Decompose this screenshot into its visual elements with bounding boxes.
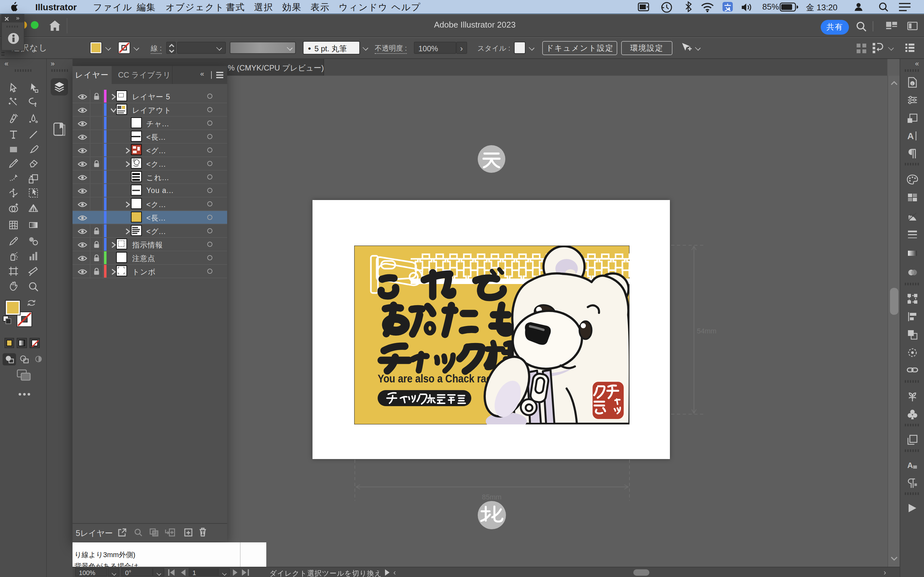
svg-text:85mm: 85mm <box>482 493 501 501</box>
svg-text:A: A <box>907 131 914 141</box>
svg-text:54mm: 54mm <box>697 327 716 335</box>
svg-text:A: A <box>907 461 913 470</box>
svg-text:i: i <box>912 82 913 85</box>
svg-text:You are also a Chack race: You are also a Chack race <box>378 372 497 384</box>
